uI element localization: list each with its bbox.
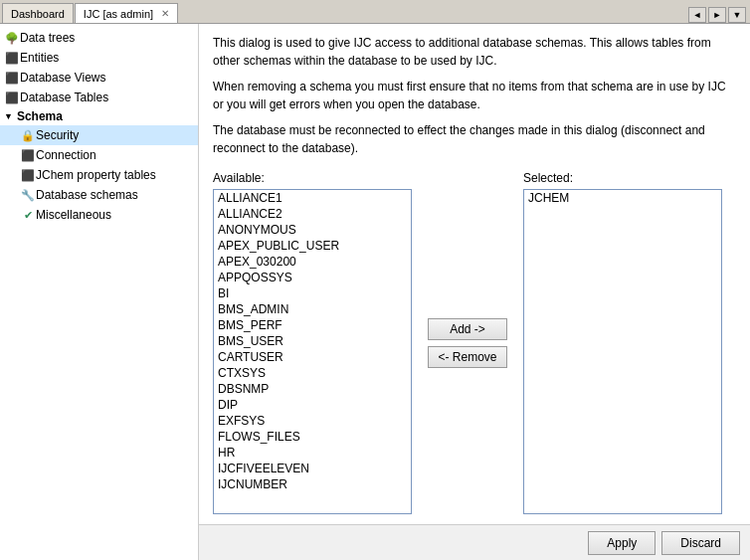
sidebar-item-db-views[interactable]: ⬛ Database Views bbox=[0, 68, 198, 88]
list-item[interactable]: ANONYMOUS bbox=[214, 222, 411, 238]
list-item[interactable]: IJCNUMBER bbox=[214, 476, 411, 492]
sidebar-label-data-trees: Data trees bbox=[20, 31, 75, 45]
sidebar-item-db-tables[interactable]: ⬛ Database Tables bbox=[0, 88, 198, 107]
tab-ijc-label: IJC [as admin] bbox=[84, 8, 153, 20]
sidebar-item-data-trees[interactable]: 🌳 Data trees bbox=[0, 28, 198, 48]
remove-button[interactable]: <- Remove bbox=[428, 346, 507, 368]
main-panel: This dialog is used to give IJC access t… bbox=[199, 24, 750, 524]
sidebar-item-connection[interactable]: ⬛ Connection bbox=[0, 145, 198, 165]
tab-close-icon[interactable]: ✕ bbox=[161, 8, 169, 19]
description-para1: This dialog is used to give IJC access t… bbox=[213, 34, 736, 70]
list-item[interactable]: BMS_ADMIN bbox=[214, 301, 411, 317]
sidebar-item-db-schemas[interactable]: 🔧 Database schemas bbox=[0, 185, 198, 205]
sidebar-item-security[interactable]: 🔒 Security bbox=[0, 125, 198, 145]
data-trees-icon: 🌳 bbox=[4, 30, 20, 46]
description-para3: The database must be reconnected to effe… bbox=[213, 121, 736, 157]
list-item[interactable]: EXFSYS bbox=[214, 413, 411, 429]
sidebar-label-db-tables: Database Tables bbox=[20, 91, 108, 104]
list-item[interactable]: APPQOSSYS bbox=[214, 270, 411, 285]
sidebar-label-schema: Schema bbox=[17, 109, 63, 123]
selected-list[interactable]: JCHEM bbox=[523, 189, 722, 514]
list-item[interactable]: DBSNMP bbox=[214, 381, 411, 397]
sidebar-label-db-schemas: Database schemas bbox=[36, 188, 138, 202]
selected-label: Selected: bbox=[523, 171, 722, 185]
transfer-buttons: Add -> <- Remove bbox=[422, 171, 513, 514]
db-schemas-icon: 🔧 bbox=[20, 187, 36, 203]
discard-button[interactable]: Discard bbox=[661, 531, 740, 555]
list-item[interactable]: ALLIANCE1 bbox=[214, 190, 411, 206]
sidebar-item-jchem-property[interactable]: ⬛ JChem property tables bbox=[0, 165, 198, 185]
connection-icon: ⬛ bbox=[20, 147, 36, 163]
nav-forward-button[interactable]: ► bbox=[708, 7, 726, 23]
sidebar-label-security: Security bbox=[36, 128, 79, 142]
entities-icon: ⬛ bbox=[4, 50, 20, 66]
bottom-bar: Apply Discard bbox=[199, 524, 750, 560]
sidebar-item-entities[interactable]: ⬛ Entities bbox=[0, 48, 198, 68]
tab-ijc-admin[interactable]: IJC [as admin] ✕ bbox=[75, 3, 178, 23]
db-tables-icon: ⬛ bbox=[4, 90, 20, 105]
sidebar-label-misc: Miscellaneous bbox=[36, 208, 111, 222]
sidebar-label-entities: Entities bbox=[20, 51, 59, 65]
list-item[interactable]: IJCFIVEELEVEN bbox=[214, 461, 411, 476]
description-para2: When removing a schema you must first en… bbox=[213, 78, 736, 113]
list-item[interactable]: BMS_PERF bbox=[214, 317, 411, 333]
list-item[interactable]: HR bbox=[214, 445, 411, 461]
sidebar-label-db-views: Database Views bbox=[20, 71, 106, 85]
list-item[interactable]: BI bbox=[214, 285, 411, 301]
sidebar-label-jchem: JChem property tables bbox=[36, 168, 156, 182]
schema-expand-icon: ▼ bbox=[4, 111, 13, 121]
list-item[interactable]: BMS_USER bbox=[214, 333, 411, 349]
sidebar-label-connection: Connection bbox=[36, 148, 96, 162]
selected-list-item[interactable]: JCHEM bbox=[524, 190, 721, 206]
tab-dashboard-label: Dashboard bbox=[11, 8, 65, 20]
apply-button[interactable]: Apply bbox=[588, 531, 656, 555]
list-item[interactable]: CTXSYS bbox=[214, 365, 411, 381]
misc-icon: ✔ bbox=[20, 207, 36, 223]
security-icon: 🔒 bbox=[20, 127, 36, 143]
nav-back-button[interactable]: ◄ bbox=[688, 7, 706, 23]
sidebar-item-misc[interactable]: ✔ Miscellaneous bbox=[0, 205, 198, 225]
list-item[interactable]: FLOWS_FILES bbox=[214, 429, 411, 445]
list-item[interactable]: CARTUSER bbox=[214, 349, 411, 365]
jchem-icon: ⬛ bbox=[20, 167, 36, 183]
selected-section: Selected: JCHEM bbox=[523, 171, 722, 514]
list-item[interactable]: ALLIANCE2 bbox=[214, 206, 411, 222]
sidebar: 🌳 Data trees ⬛ Entities ⬛ Database Views… bbox=[0, 24, 199, 560]
db-views-icon: ⬛ bbox=[4, 70, 20, 86]
sidebar-section-schema: ▼ Schema bbox=[0, 107, 198, 125]
available-label: Available: bbox=[213, 171, 412, 185]
list-item[interactable]: DIP bbox=[214, 397, 411, 413]
tab-dashboard[interactable]: Dashboard bbox=[2, 3, 74, 23]
nav-dropdown-button[interactable]: ▼ bbox=[728, 7, 746, 23]
available-list[interactable]: ALLIANCE1 ALLIANCE2 ANONYMOUS APEX_PUBLI… bbox=[213, 189, 412, 514]
list-item[interactable]: APEX_PUBLIC_USER bbox=[214, 238, 411, 254]
schema-area: Available: ALLIANCE1 ALLIANCE2 ANONYMOUS… bbox=[213, 171, 736, 514]
add-button[interactable]: Add -> bbox=[428, 318, 507, 340]
list-item[interactable]: APEX_030200 bbox=[214, 254, 411, 270]
available-section: Available: ALLIANCE1 ALLIANCE2 ANONYMOUS… bbox=[213, 171, 412, 514]
